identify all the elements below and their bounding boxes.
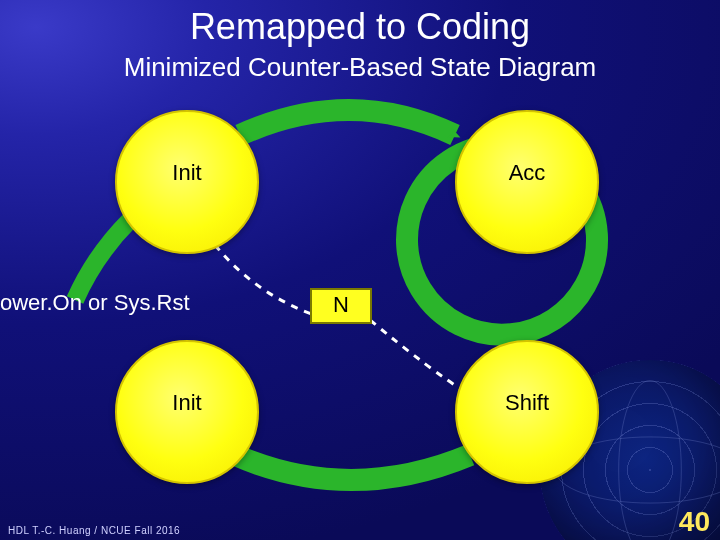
state-acc: Acc xyxy=(455,110,599,254)
page-title: Remapped to Coding xyxy=(0,6,720,48)
state-label: Init xyxy=(117,390,257,416)
state-label: Init xyxy=(117,160,257,186)
edge-label-n: N xyxy=(310,288,372,324)
state-label: Shift xyxy=(457,390,597,416)
state-init-bottom: Init xyxy=(115,340,259,484)
arrow-n-to-shift-dashed xyxy=(370,320,470,395)
state-shift: Shift xyxy=(455,340,599,484)
page-subtitle: Minimized Counter-Based State Diagram xyxy=(0,52,720,83)
arrow-entry xyxy=(75,220,130,300)
slide: Remapped to Coding Minimized Counter-Bas… xyxy=(0,0,720,540)
entry-label: ower.On or Sys.Rst xyxy=(0,290,190,316)
arrow-shift-to-init xyxy=(235,455,470,480)
arrow-init-to-acc xyxy=(240,110,455,135)
page-number: 40 xyxy=(679,506,710,538)
footer-text: HDL T.-C. Huang / NCUE Fall 2016 xyxy=(8,525,180,536)
state-label: Acc xyxy=(457,160,597,186)
state-init-top: Init xyxy=(115,110,259,254)
